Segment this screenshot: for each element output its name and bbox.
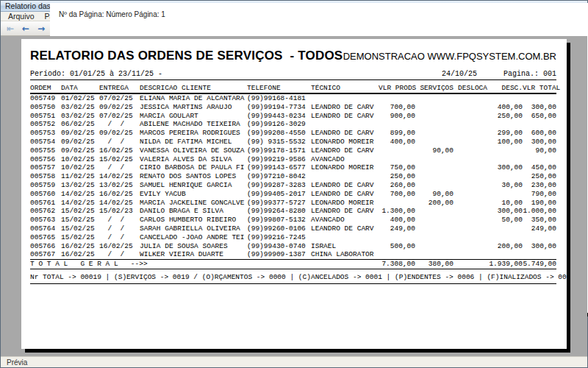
table-row: 00576716/02/25 / /WILKER VIEIRA DUARTE(9… <box>30 250 556 259</box>
table-row: 00575710/02/25 / /CIRIO BARBOSA DE PAULA… <box>30 163 556 172</box>
orders-table: ORDEMDATAENTREGADESCRICAO CLIENTETELEFON… <box>30 83 556 269</box>
table-row: 00575913/02/2513/02/25SAMUEL HENRIQUE GA… <box>30 181 556 190</box>
report-title: RELATORIO DAS ORDENS DE SERVIÇOS - TODOS <box>30 49 343 63</box>
previous-page-icon: ← <box>22 24 29 33</box>
total-label: T O T A L G E R A L -->> <box>30 260 379 269</box>
previous-page-button[interactable]: ← <box>19 23 32 35</box>
status-label: Prévia <box>7 358 27 367</box>
column-header: TÉCNICO <box>311 83 379 93</box>
report-page-number: Pagina.: 001 <box>503 70 556 78</box>
report-page: RELATORIO DAS ORDENS DE SERVIÇOS - TODOS… <box>21 39 567 349</box>
table-row: 00576515/02/25 / /CANCELADO -JOAO ANDRE … <box>30 233 556 242</box>
column-header: DESC. <box>487 83 523 93</box>
table-row: 00576014/02/2516/02/25EVILY YACUB(99)994… <box>30 190 556 199</box>
report-table-body: 00574901/02/2507/02/25ELIANA MARIA DE AL… <box>30 93 556 260</box>
table-row: 00576616/02/2516/02/25JULIA DE SOUSA SOA… <box>30 242 556 251</box>
column-header: VLR TOTAL <box>523 83 556 93</box>
divider <box>30 79 556 80</box>
table-row: 00575409/02/25 / /NILDA DE FATIMA MICHEL… <box>30 138 556 146</box>
report-subheader: Período: 01/01/25 à 23/11/25 - 24/10/25 … <box>30 70 556 78</box>
preview-area: RELATORIO DAS ORDENS DE SERVIÇOS - TODOS… <box>1 36 587 356</box>
total-row: T O T A L G E R A L -->>7.308,00380,001.… <box>30 260 556 269</box>
column-header: DESLOCA <box>453 83 487 93</box>
table-row: 00575206/02/25 / /ABILENE MACHADO TEIXEI… <box>30 120 556 129</box>
report-header: RELATORIO DAS ORDENS DE SERVIÇOS - TODOS… <box>30 49 556 63</box>
column-header: ORDEM <box>30 83 61 93</box>
table-row: 00575309/02/2509/02/25MARCOS PEREIRA ROD… <box>30 129 556 138</box>
table-row: 00575610/02/2515/02/25VALERIA ALVES DA S… <box>30 155 556 164</box>
first-page-icon: ⇤ <box>7 24 14 33</box>
column-header: VLR PRODS <box>379 83 415 93</box>
column-header: DESCRICAO CLIENTE <box>140 83 247 93</box>
table-header-row: ORDEMDATAENTREGADESCRICAO CLIENTETELEFON… <box>30 83 556 93</box>
column-header: ENTREGA <box>99 83 140 93</box>
status-bar: Prévia <box>1 356 587 367</box>
first-page-button[interactable]: ⇤ <box>4 23 17 35</box>
table-row: 00576415/02/25 / /SARAH GABRIELLA OLIVEI… <box>30 224 556 233</box>
table-row: 00575811/02/2514/02/25RENATO DOS SANTOS … <box>30 172 556 181</box>
table-row: 00574901/02/2507/02/25ELIANA MARIA DE AL… <box>30 93 556 103</box>
next-page-icon: → <box>37 24 45 33</box>
column-header: TELEFONE <box>247 83 311 93</box>
menu-arquivo[interactable]: Arquivo <box>4 12 39 21</box>
app-window: Relatorio das Ordens de Serviþos - TODOS… <box>0 0 588 368</box>
report-period: Período: 01/01/25 à 23/11/25 - <box>30 70 162 78</box>
table-row: 00576114/02/2514/02/25MARCIA JACKELINE G… <box>30 199 556 208</box>
report-demo-text: DEMONSTRACAO WWW.FPQSYSTEM.COM.BR <box>343 51 556 62</box>
table-row: 00575103/02/2507/02/25MARCIA GOULART(99)… <box>30 112 556 121</box>
toolbar: ⇤ ← → ⇥ <box>1 21 587 36</box>
column-header: DATA <box>61 83 99 93</box>
table-row: 00576315/02/25 / /CARLOS HUMBERTO RIBEIR… <box>30 216 556 224</box>
table-row: 00575003/02/2509/02/25JESSICA MARTINS AR… <box>30 103 556 112</box>
column-header: SERVIÇOS <box>415 83 453 93</box>
report-date: 24/10/25 <box>442 70 477 78</box>
divider <box>30 283 556 284</box>
report-date-page: 24/10/25 Pagina.: 001 <box>420 70 556 78</box>
next-page-button[interactable]: → <box>35 23 48 35</box>
table-row: 00576215/02/2515/02/23DANILO BRAGA E SIL… <box>30 207 556 216</box>
summary-line: Nr TOTAL -> 00019 | (S)ERVIÇOS -> 0019 /… <box>30 272 556 282</box>
table-row: 00575509/02/2516/02/25VANESSA OLIVEIRA D… <box>30 146 556 155</box>
